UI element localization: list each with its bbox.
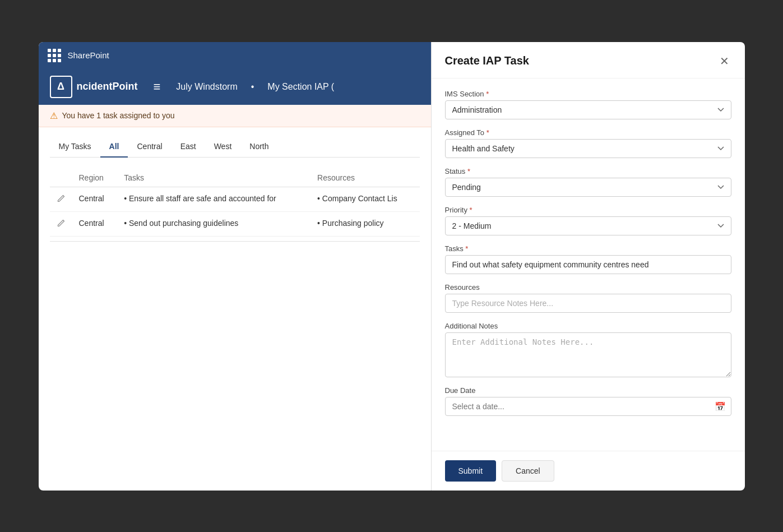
app-logo-text: ncidentPoint (77, 81, 138, 92)
alert-text: You have 1 task assigned to you (62, 111, 175, 120)
required-star: * (486, 90, 489, 98)
tab-my-tasks[interactable]: My Tasks (50, 136, 100, 158)
col-resources: Resources (311, 169, 419, 187)
tasks-label: Tasks * (445, 244, 731, 253)
tab-east[interactable]: East (172, 136, 205, 158)
resources-group: Resources (445, 283, 731, 313)
additional-notes-group: Additional Notes (445, 322, 731, 377)
table-row: Central Ensure all staff are safe and ac… (50, 187, 420, 211)
additional-notes-textarea[interactable] (445, 332, 731, 377)
assigned-to-group: Assigned To * Health and Safety (445, 128, 731, 158)
tab-west[interactable]: West (205, 136, 241, 158)
status-group: Status * Pending (445, 167, 731, 197)
tabs-bar: My Tasks All Central East West North (50, 136, 420, 158)
col-tasks: Tasks (117, 169, 311, 187)
resource-cell-row2: Purchasing policy (311, 211, 419, 236)
modal-header: Create IAP Task ✕ (432, 42, 745, 78)
region-cell-row1: Central (72, 187, 118, 211)
tasks-group: Tasks * (445, 244, 731, 274)
app-header: Δ ncidentPoint ≡ July Windstorm • My Sec… (39, 69, 431, 105)
due-date-label: Due Date (445, 386, 731, 395)
col-region: Region (72, 169, 118, 187)
hamburger-button[interactable]: ≡ (149, 77, 165, 96)
due-date-input[interactable] (445, 397, 731, 416)
status-select[interactable]: Pending (445, 178, 731, 197)
resources-label: Resources (445, 283, 731, 292)
tasks-input[interactable] (445, 255, 731, 274)
incident-title: July Windstorm (176, 82, 237, 92)
top-bar: SharePoint (39, 42, 431, 69)
create-task-modal: Create IAP Task ✕ IMS Section * Administ… (431, 42, 745, 491)
priority-select[interactable]: 2 - Medium (445, 216, 731, 235)
submit-button[interactable]: Submit (445, 460, 497, 482)
date-wrapper: 📅 (445, 397, 731, 416)
assigned-to-label: Assigned To * (445, 128, 731, 137)
content-area: My Tasks All Central East West North Reg… (39, 127, 431, 491)
priority-label: Priority * (445, 206, 731, 214)
due-date-group: Due Date 📅 (445, 386, 731, 416)
modal-title: Create IAP Task (445, 54, 529, 67)
alert-icon: ⚠ (50, 110, 58, 121)
alert-banner: ⚠ You have 1 task assigned to you (39, 105, 431, 127)
logo-icon: Δ (50, 76, 72, 98)
ims-section-group: IMS Section * Administration (445, 90, 731, 119)
task-cell-row2: Send out purchasing guidelines (117, 211, 311, 236)
tasks-table: Region Tasks Resources Central (50, 169, 420, 237)
priority-group: Priority * 2 - Medium (445, 206, 731, 235)
additional-notes-label: Additional Notes (445, 322, 731, 330)
table-row: Central Send out purchasing guidelines P… (50, 211, 420, 236)
tab-north[interactable]: North (240, 136, 277, 158)
tab-all[interactable]: All (100, 136, 128, 158)
waffle-icon[interactable] (48, 49, 61, 62)
task-cell-row1: Ensure all staff are safe and accounted … (117, 187, 311, 211)
resource-cell-row1: Company Contact Lis (311, 187, 419, 211)
assigned-to-select[interactable]: Health and Safety (445, 139, 731, 158)
status-label: Status * (445, 167, 731, 175)
close-button[interactable]: ✕ (717, 53, 731, 69)
edit-icon-row2[interactable] (50, 211, 72, 236)
edit-icon-row1[interactable] (50, 187, 72, 211)
sharepoint-label: SharePoint (68, 50, 109, 60)
ims-section-label: IMS Section * (445, 90, 731, 98)
header-dot: • (251, 82, 254, 92)
col-edit (50, 169, 72, 187)
region-cell-row2: Central (72, 211, 118, 236)
resources-input[interactable] (445, 294, 731, 313)
ims-section-select[interactable]: Administration (445, 100, 731, 119)
modal-body: IMS Section * Administration Assigned To… (432, 78, 745, 451)
modal-footer: Submit Cancel (432, 451, 745, 491)
cancel-button[interactable]: Cancel (502, 460, 554, 482)
section-title: My Section IAP ( (267, 82, 334, 92)
logo-area: Δ ncidentPoint (50, 76, 138, 98)
tab-central[interactable]: Central (128, 136, 171, 158)
